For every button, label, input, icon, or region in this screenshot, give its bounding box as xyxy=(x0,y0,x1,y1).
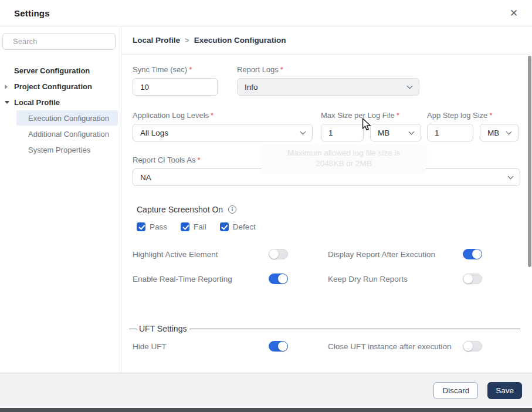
highlight-active-element-label: Highlight Active Element xyxy=(133,250,269,259)
breadcrumb: Local Profile > Execution Configuration xyxy=(121,26,532,55)
display-report-after-execution-toggle[interactable] xyxy=(463,249,482,259)
app-step-log-size-label: App Step log Size* xyxy=(427,111,519,120)
app-step-log-size-unit-select[interactable]: MB xyxy=(480,124,519,141)
search-input[interactable] xyxy=(13,37,116,46)
hide-uft-label: Hide UFT xyxy=(133,342,269,351)
discard-button[interactable]: Discard xyxy=(433,382,478,399)
keep-dry-run-reports-toggle[interactable] xyxy=(463,273,482,284)
chevron-down-icon xyxy=(506,129,512,134)
sidebar-nav: Server Configuration Project Configurati… xyxy=(0,63,121,157)
dialog-title: Settings xyxy=(14,8,50,18)
highlight-active-element-toggle[interactable] xyxy=(269,249,288,259)
report-logs-select[interactable]: Info xyxy=(237,78,419,96)
sync-time-input[interactable] xyxy=(133,78,218,96)
sidebar-item-project-configuration[interactable]: Project Configuration xyxy=(0,79,121,94)
checkbox-defect[interactable]: Defect xyxy=(220,222,256,231)
sync-time-label: Sync Time (sec)* xyxy=(133,65,218,74)
dialog-titlebar: Settings ✕ xyxy=(0,0,532,26)
enable-real-time-reporting-toggle[interactable] xyxy=(269,273,288,284)
application-log-levels-select[interactable]: All Logs xyxy=(133,124,313,141)
search-box[interactable] xyxy=(2,33,116,50)
display-report-after-execution-label: Display Report After Execution xyxy=(328,250,463,259)
checkbox-icon xyxy=(137,222,145,231)
breadcrumb-parent[interactable]: Local Profile xyxy=(133,36,180,45)
report-ci-tools-select[interactable]: NA xyxy=(133,168,520,186)
max-size-input[interactable] xyxy=(321,124,364,141)
chevron-down-icon xyxy=(300,129,306,134)
sidebar-item-execution-configuration[interactable]: Execution Configuration xyxy=(16,110,118,126)
keep-dry-run-reports-label: Keep Dry Run Reports xyxy=(328,275,463,283)
uft-settings-label: UFT Settings xyxy=(137,324,189,333)
hide-uft-toggle[interactable] xyxy=(269,341,288,352)
required-asterisk: * xyxy=(397,111,399,120)
app-step-log-size-input[interactable] xyxy=(427,124,473,141)
execution-configuration-form: Sync Time (sec)* Report Logs* Info xyxy=(121,55,532,352)
required-asterisk: * xyxy=(489,111,492,120)
capture-screenshot-label: Capture Screenshot On xyxy=(137,205,223,214)
chevron-down-icon xyxy=(409,129,415,134)
max-size-label: Max Size per Log File* xyxy=(321,111,421,120)
uft-settings-section-header: UFT Settings xyxy=(129,324,520,333)
required-asterisk: * xyxy=(189,65,192,74)
breadcrumb-separator: > xyxy=(185,36,189,45)
sidebar-item-additional-configuration[interactable]: Additional Configuration xyxy=(16,126,118,141)
save-button[interactable]: Save xyxy=(487,382,522,399)
sidebar-item-system-properties[interactable]: System Properties xyxy=(16,142,118,157)
info-icon[interactable] xyxy=(228,205,236,214)
sidebar-item-local-profile[interactable]: Local Profile xyxy=(0,94,121,110)
required-asterisk: * xyxy=(280,65,283,74)
chevron-down-icon xyxy=(407,83,413,89)
settings-content: Local Profile > Execution Configuration … xyxy=(121,26,532,373)
divider xyxy=(129,329,137,329)
checkbox-icon xyxy=(181,222,189,231)
close-uft-instance-toggle[interactable] xyxy=(463,341,482,352)
breadcrumb-current: Execution Configuration xyxy=(194,36,286,45)
checkbox-fail[interactable]: Fail xyxy=(181,222,206,231)
divider xyxy=(189,329,520,329)
chevron-right-icon xyxy=(5,85,8,89)
window-bottom-strip xyxy=(0,408,532,412)
report-ci-tools-label: Report CI Tools As* xyxy=(133,156,520,164)
dialog-footer: Discard Save xyxy=(0,373,532,408)
max-size-unit-select[interactable]: MB xyxy=(370,124,421,141)
settings-sidebar: Server Configuration Project Configurati… xyxy=(0,26,121,373)
scrollbar-thumb[interactable] xyxy=(528,56,531,267)
chevron-down-icon xyxy=(508,173,514,179)
report-logs-label: Report Logs* xyxy=(237,65,419,74)
required-asterisk: * xyxy=(197,156,200,164)
capture-screenshot-section: Capture Screenshot On Pass Fail xyxy=(137,205,520,231)
close-icon[interactable]: ✕ xyxy=(507,6,520,19)
required-asterisk: * xyxy=(211,111,214,120)
application-log-levels-label: Application Log Levels* xyxy=(133,111,313,120)
close-uft-instance-label: Close UFT instance after execution xyxy=(328,342,463,351)
settings-dialog: Settings ✕ Server Configuration Project … xyxy=(0,0,532,412)
chevron-down-icon xyxy=(5,101,9,104)
checkbox-icon xyxy=(220,222,229,231)
sidebar-item-server-configuration[interactable]: Server Configuration xyxy=(0,63,121,79)
enable-real-time-reporting-label: Enable Real-Time Reporting xyxy=(133,275,269,283)
checkbox-pass[interactable]: Pass xyxy=(137,222,167,231)
